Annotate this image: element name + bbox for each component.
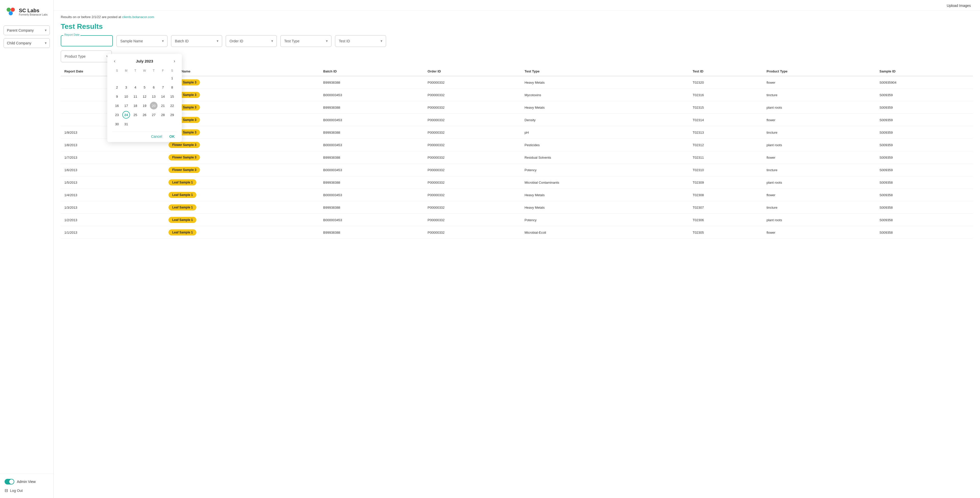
calendar-day-8[interactable]: 8: [168, 83, 176, 91]
upload-images-button[interactable]: Upload Images: [945, 3, 973, 9]
calendar-day-12[interactable]: 12: [141, 93, 148, 100]
filter-row-2: Product Type ▼: [61, 51, 973, 62]
cell-test-id-12: T02305: [689, 226, 763, 239]
calendar-day-25[interactable]: 25: [132, 111, 139, 119]
calendar-day-27[interactable]: 27: [150, 111, 158, 119]
cell-order-id-0: P00000332: [424, 76, 521, 89]
calendar-day-6[interactable]: 6: [150, 83, 158, 91]
calendar-day-20[interactable]: 20: [150, 102, 158, 109]
calendar-day-22[interactable]: 22: [168, 102, 176, 109]
calendar-day-23[interactable]: 23: [113, 111, 121, 119]
table-header-row: Report Date Sample Name Batch ID Order I…: [61, 67, 973, 76]
calendar-day-15[interactable]: 15: [168, 93, 176, 100]
cell-sample-name-4: Flower Sample 3: [165, 126, 320, 139]
calendar-day-21[interactable]: 21: [159, 102, 167, 109]
calendar-actions: Cancel OK: [112, 132, 177, 140]
calendar-day-19[interactable]: 19: [141, 102, 148, 109]
cell-test-type-10: Heavy Metals: [521, 201, 689, 214]
cell-test-id-10: T02307: [689, 201, 763, 214]
calendar-day-2[interactable]: 2: [113, 83, 121, 91]
calendar-prev-button[interactable]: ‹: [112, 58, 117, 64]
table-row[interactable]: 1/4/2013Leaf Sample 1B000003453P00000332…: [61, 189, 973, 201]
calendar-ok-button[interactable]: OK: [167, 133, 177, 140]
cell-order-id-1: P00000332: [424, 89, 521, 101]
table-row[interactable]: 1/5/2013Leaf Sample 1B99938388P00000332M…: [61, 176, 973, 189]
table-row[interactable]: 1/2/2013Leaf Sample 1B000003453P00000332…: [61, 214, 973, 226]
calendar-day-5[interactable]: 5: [141, 83, 148, 91]
admin-view-toggle[interactable]: [5, 479, 14, 484]
svg-point-1: [11, 8, 15, 12]
table-row[interactable]: Flower Sample 3B000003453P00000332Densit…: [61, 114, 973, 126]
cell-product-type-10: tincture: [763, 201, 876, 214]
calendar-day-18[interactable]: 18: [132, 102, 139, 109]
calendar-weekday-2: T: [131, 68, 140, 73]
table-row[interactable]: 1/7/2013Flower Sample 3B99938388P0000033…: [61, 151, 973, 164]
test-type-select[interactable]: Test Type: [280, 35, 331, 47]
cell-order-id-3: P00000332: [424, 114, 521, 126]
col-sample-id: Sample ID: [876, 67, 973, 76]
calendar-day-4[interactable]: 4: [132, 83, 139, 91]
calendar-weekdays-row: SMTWTFS: [112, 68, 177, 73]
cell-product-type-6: flower: [763, 151, 876, 164]
calendar-day-9[interactable]: 9: [113, 93, 121, 100]
calendar-day-10[interactable]: 10: [122, 93, 130, 100]
calendar-day-3[interactable]: 3: [122, 83, 130, 91]
table-row[interactable]: 1/3/2013Leaf Sample 1B99938388P00000332H…: [61, 201, 973, 214]
sample-badge-12: Leaf Sample 1: [169, 229, 196, 235]
cell-product-type-9: flower: [763, 189, 876, 201]
logo-text: SC Labs Formerly Botanacor Labs: [19, 8, 48, 16]
logout-button[interactable]: ⊟ Log Out: [5, 488, 49, 493]
calendar-day-31[interactable]: 31: [122, 120, 130, 128]
calendar-day-26[interactable]: 26: [141, 111, 148, 119]
child-company-select[interactable]: Child Company: [3, 38, 50, 48]
batch-id-select[interactable]: Batch ID: [171, 35, 222, 47]
table-row[interactable]: Flower Sample 3B99938388P00000332Heavy M…: [61, 101, 973, 114]
calendar-week-5: 3031: [112, 119, 177, 128]
calendar-day-16[interactable]: 16: [113, 102, 121, 109]
test-id-select[interactable]: Test ID: [335, 35, 386, 47]
table-row[interactable]: 1/8/2013Flower Sample 3B000003453P000003…: [61, 139, 973, 151]
cell-sample-id-4: S009359: [876, 126, 973, 139]
calendar-day-30[interactable]: 30: [113, 120, 121, 128]
calendar-day-17[interactable]: 17: [122, 102, 130, 109]
calendar-next-button[interactable]: ›: [172, 58, 177, 64]
parent-company-select[interactable]: Parent Company: [3, 25, 50, 35]
table-row[interactable]: Flower Sample 3B000003453P00000332Mycoto…: [61, 89, 973, 101]
calendar-day-11[interactable]: 11: [132, 93, 139, 100]
cell-batch-id-4: B99938388: [320, 126, 424, 139]
cell-batch-id-1: B000003453: [320, 89, 424, 101]
cell-test-type-6: Residual Solvents: [521, 151, 689, 164]
table-row[interactable]: 1/6/2013Flower Sample 3B000003453P000003…: [61, 164, 973, 176]
calendar-day-13[interactable]: 13: [150, 93, 158, 100]
cell-batch-id-6: B99938388: [320, 151, 424, 164]
cell-batch-id-7: B000003453: [320, 164, 424, 176]
cell-product-type-3: flower: [763, 114, 876, 126]
calendar-cancel-button[interactable]: Cancel: [149, 133, 164, 140]
col-batch-id: Batch ID: [320, 67, 424, 76]
order-id-select[interactable]: Order ID: [226, 35, 277, 47]
cell-test-id-7: T02310: [689, 164, 763, 176]
sample-name-select[interactable]: Sample Name: [116, 35, 167, 47]
table-row[interactable]: Flower Sample 3B99938388P00000332Heavy M…: [61, 76, 973, 89]
table-row[interactable]: 1/9/2013Flower Sample 3B99938388P0000033…: [61, 126, 973, 139]
cell-sample-id-3: S009359: [876, 114, 973, 126]
logout-icon: ⊟: [5, 488, 8, 493]
calendar-day-7[interactable]: 7: [159, 83, 167, 91]
calendar-day-28[interactable]: 28: [159, 111, 167, 119]
report-date-input[interactable]: [61, 36, 112, 46]
toggle-knob: [9, 479, 14, 484]
calendar-day-1[interactable]: 1: [168, 74, 176, 82]
botanacor-link[interactable]: clients.botanacor.com: [122, 15, 154, 19]
product-type-select[interactable]: Product Type: [61, 51, 112, 62]
cell-sample-id-0: S00935904: [876, 76, 973, 89]
calendar-weekday-4: T: [149, 68, 158, 73]
cell-sample-name-1: Flower Sample 3: [165, 89, 320, 101]
cell-sample-name-12: Leaf Sample 1: [165, 226, 320, 239]
calendar-day-29[interactable]: 29: [168, 111, 176, 119]
calendar-day-14[interactable]: 14: [159, 93, 167, 100]
calendar-day-24[interactable]: 24: [122, 111, 130, 119]
table-row[interactable]: 1/1/2013Leaf Sample 1B99938388P00000332M…: [61, 226, 973, 239]
calendar-week-1: 2345678: [112, 82, 177, 92]
col-test-type: Test Type: [521, 67, 689, 76]
sidebar: SC Labs Formerly Botanacor Labs Parent C…: [0, 0, 54, 498]
